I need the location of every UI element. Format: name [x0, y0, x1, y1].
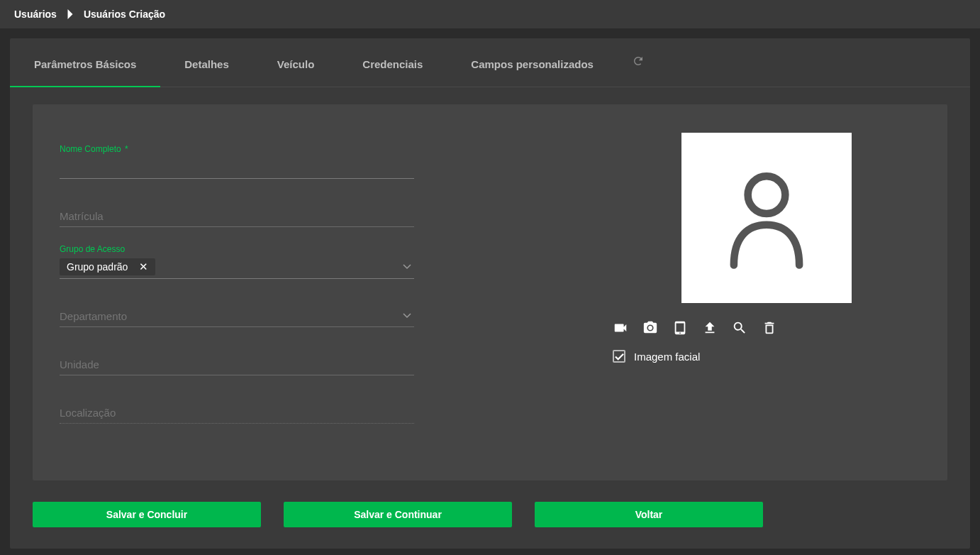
tabs: Parâmetros Básicos Detalhes Veículo Cred… — [10, 38, 970, 87]
zoom-button[interactable] — [732, 320, 747, 339]
refresh-button[interactable] — [618, 55, 659, 70]
nome-completo-label: Nome Completo * — [60, 144, 414, 154]
matricula-input[interactable] — [60, 206, 414, 227]
field-matricula — [60, 206, 414, 227]
upload-button[interactable] — [702, 320, 718, 339]
upload-icon — [702, 320, 718, 336]
button-row: Salvar e Concluir Salvar e Continuar Vol… — [10, 480, 970, 549]
field-unidade — [60, 354, 414, 375]
save-continue-button[interactable]: Salvar e Continuar — [284, 502, 512, 527]
chevron-down-icon — [403, 260, 411, 273]
check-icon — [615, 353, 624, 361]
tablet-icon — [672, 320, 688, 336]
tab-veiculo[interactable]: Veículo — [253, 38, 339, 87]
tab-detalhes[interactable]: Detalhes — [160, 38, 253, 87]
field-nome-completo: Nome Completo * — [60, 144, 414, 179]
tab-parametros-basicos[interactable]: Parâmetros Básicos — [10, 38, 160, 87]
form-right: Imagem facial — [414, 126, 920, 452]
chevron-right-icon — [67, 9, 74, 19]
photo-toolbar — [613, 320, 783, 339]
field-localizacao — [60, 402, 414, 424]
main-panel: Parâmetros Básicos Detalhes Veículo Cred… — [10, 38, 970, 549]
tab-credenciais[interactable]: Credenciais — [338, 38, 447, 87]
grupo-acesso-label: Grupo de Acesso — [60, 244, 414, 254]
form-container: Nome Completo * Grupo de Acesso Grupo pa… — [33, 104, 947, 480]
field-grupo-acesso: Grupo de Acesso Grupo padrão ✕ — [60, 244, 414, 279]
refresh-icon — [632, 55, 645, 67]
trash-icon — [762, 320, 777, 336]
video-camera-icon — [613, 320, 628, 336]
field-departamento — [60, 306, 414, 327]
save-finish-button[interactable]: Salvar e Concluir — [33, 502, 261, 527]
search-icon — [732, 320, 747, 336]
unidade-input[interactable] — [60, 354, 414, 375]
localizacao-input[interactable] — [60, 402, 414, 424]
breadcrumb-current: Usuários Criação — [84, 9, 165, 20]
facial-image-label: Imagem facial — [634, 351, 700, 363]
back-button[interactable]: Voltar — [535, 502, 763, 527]
facial-image-checkbox[interactable] — [613, 350, 625, 363]
tablet-button[interactable] — [672, 320, 688, 339]
grupo-acesso-select[interactable]: Grupo padrão ✕ — [60, 258, 414, 279]
breadcrumb: Usuários Usuários Criação — [0, 0, 980, 28]
camera-icon — [642, 320, 658, 336]
breadcrumb-root[interactable]: Usuários — [14, 9, 57, 20]
grupo-chip: Grupo padrão ✕ — [60, 258, 155, 275]
webcam-button[interactable] — [613, 320, 628, 339]
camera-button[interactable] — [642, 320, 658, 339]
facial-image-row: Imagem facial — [613, 350, 783, 363]
person-icon — [717, 167, 816, 270]
nome-completo-input[interactable] — [60, 158, 414, 179]
tab-campos-personalizados[interactable]: Campos personalizados — [447, 38, 618, 87]
form-left: Nome Completo * Grupo de Acesso Grupo pa… — [60, 126, 414, 452]
departamento-select[interactable] — [60, 306, 414, 327]
delete-button[interactable] — [762, 320, 777, 339]
grupo-chip-remove[interactable]: ✕ — [139, 260, 148, 273]
svg-point-0 — [748, 176, 786, 214]
photo-placeholder — [681, 133, 852, 303]
grupo-chip-label: Grupo padrão — [67, 261, 128, 273]
